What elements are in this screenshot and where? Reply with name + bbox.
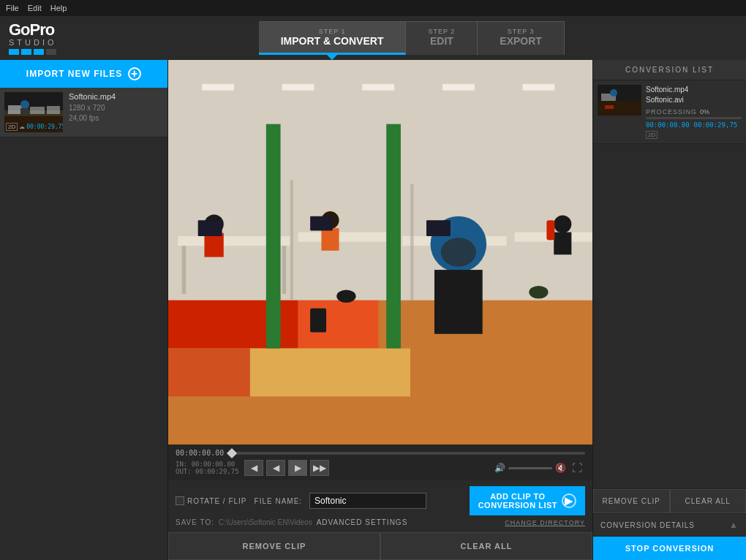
svg-rect-44 — [290, 180, 293, 300]
conversion-action-buttons: REMOVE CLIP CLEAR ALL — [593, 488, 746, 513]
play-button[interactable]: ▶ — [288, 460, 307, 476]
stop-conversion-button[interactable]: STOP CONVERSION — [593, 537, 746, 560]
logo-sq-1 — [9, 49, 19, 55]
steps-nav: STEP 1 IMPORT & CONVERT STEP 2 EDIT STEP… — [86, 21, 737, 55]
rewind-button[interactable]: ◀ — [266, 460, 285, 476]
tab-import-convert[interactable]: STEP 1 IMPORT & CONVERT — [259, 21, 407, 55]
rotate-flip-control[interactable]: ROTATE / FLIP — [176, 496, 247, 505]
out-point: OUT: 00:00:29,75 — [176, 468, 241, 475]
conversion-thumbnail — [598, 85, 641, 116]
svg-rect-27 — [386, 124, 401, 349]
sidebar-spacer — [0, 137, 167, 560]
conv-filename2: Softonic.avi — [646, 95, 742, 105]
logo-squares — [9, 49, 57, 55]
conv-details-label: CONVERSION DETAILS — [600, 521, 695, 529]
svg-rect-31 — [321, 228, 339, 251]
clip-duration-badge: 00:00:29,75 — [26, 124, 63, 130]
tab-edit[interactable]: STEP 2 EDIT — [406, 21, 478, 55]
right-spacer — [593, 144, 746, 488]
conversion-list-header: CONVERSION LIST — [593, 60, 746, 80]
controls-row: IN: 00:00:00.00 OUT: 00:00:29,75 ◀ ◀ ▶ ▶… — [176, 460, 585, 476]
conv-times: 00:00:00.00 00:00:29,75 — [646, 121, 742, 129]
logo: GoPro STUDIO — [9, 22, 57, 55]
tab-export[interactable]: STEP 3 EXPORT — [478, 21, 565, 55]
clip-resolution: 1280 x 720 — [69, 103, 163, 113]
step3-label: EXPORT — [500, 35, 542, 47]
prev-frame-button[interactable]: ◀ — [244, 460, 263, 476]
svg-rect-37 — [546, 220, 554, 240]
plus-icon: + — [128, 67, 141, 80]
volume-icon: 🔊 — [494, 463, 505, 473]
clip-fps: 24,00 fps — [69, 113, 163, 124]
clip-list-item[interactable]: 2D ☁ 00:00:29,75 Softonic.mp4 1280 x 720… — [0, 88, 167, 137]
conversion-list-item[interactable]: Softonic.mp4 Softonic.avi PROCESSING 0% … — [593, 80, 746, 144]
add-clip-line1: ADD CLIP TO — [478, 492, 557, 501]
svg-rect-40 — [426, 220, 451, 236]
import-label: IMPORT NEW FILES — [26, 69, 122, 79]
header: GoPro STUDIO STEP 1 IMPORT & CONVERT STE… — [0, 16, 746, 60]
playback-bar: 00:00:00.00 IN: 00:00:00.00 OUT: 00:00:2… — [168, 444, 592, 480]
svg-rect-45 — [410, 184, 413, 300]
logo-sq-2 — [21, 49, 31, 55]
svg-point-6 — [20, 100, 29, 109]
conv-details-expand-icon[interactable]: ▲ — [729, 520, 739, 530]
current-timecode: 00:00:00.00 — [176, 449, 224, 457]
add-clip-line2: CONVERSION LIST — [478, 501, 557, 510]
menu-edit[interactable]: Edit — [28, 4, 42, 12]
svg-point-49 — [610, 89, 617, 97]
menu-help[interactable]: Help — [50, 4, 67, 12]
clip-2d-badge: 2D — [6, 123, 18, 131]
conv-thumb-svg — [598, 85, 641, 116]
add-clip-to-conversion-button[interactable]: ADD CLIP TO CONVERSION LIST ▶ — [470, 486, 585, 515]
timeline-row: 00:00:00.00 — [176, 449, 585, 457]
svg-rect-9 — [202, 84, 234, 91]
svg-point-33 — [441, 238, 476, 266]
advanced-settings-button[interactable]: ADVANCED SETTINGS — [317, 518, 408, 526]
conv-clear-all-button[interactable]: CLEAR ALL — [670, 489, 747, 513]
clear-all-button[interactable]: CLEAR ALL — [380, 532, 592, 560]
svg-rect-7 — [20, 108, 29, 114]
clip-info: Softonic.mp4 1280 x 720 24,00 fps — [69, 92, 163, 132]
volume-slider[interactable] — [508, 467, 552, 469]
logo-sq-3 — [34, 49, 44, 55]
rotate-flip-label: ROTATE / FLIP — [187, 497, 247, 505]
change-directory-button[interactable]: CHANGE DIRECTORY — [505, 519, 585, 526]
left-sidebar: IMPORT NEW FILES + — [0, 60, 168, 560]
bottom-controls: ROTATE / FLIP FILE NAME: ADD CLIP TO CON… — [168, 480, 592, 532]
remove-clip-button[interactable]: REMOVE CLIP — [168, 532, 380, 560]
fast-forward-button[interactable]: ▶▶ — [310, 460, 329, 476]
clip-name: Softonic.mp4 — [69, 92, 163, 101]
timeline-track[interactable] — [228, 452, 585, 455]
menu-bar[interactable]: File Edit Help — [6, 4, 67, 12]
fullscreen-button[interactable]: ⛶ — [569, 461, 585, 475]
save-path: C:\Users\Softonic EN\Videos — [219, 518, 312, 526]
svg-rect-50 — [605, 105, 614, 109]
bottom-row2: SAVE TO: C:\Users\Softonic EN\Videos ADV… — [176, 518, 585, 526]
svg-rect-10 — [282, 84, 314, 91]
conv-remove-clip-button[interactable]: REMOVE CLIP — [593, 489, 670, 513]
volume-area: 🔊 🔇 — [494, 463, 566, 473]
conv-2d-badge: 2D — [646, 131, 658, 139]
step2-label: EDIT — [428, 35, 455, 47]
conv-time2: 00:00:29,75 — [694, 121, 738, 129]
center-area: 00:00:00.00 IN: 00:00:00.00 OUT: 00:00:2… — [168, 60, 592, 560]
file-name-input[interactable] — [309, 493, 426, 509]
logo-product: STUDIO — [9, 38, 57, 47]
svg-rect-24 — [182, 246, 186, 294]
video-container — [168, 60, 592, 444]
svg-rect-34 — [434, 270, 483, 334]
step1-arrow — [325, 53, 339, 60]
svg-point-35 — [554, 216, 571, 233]
conv-progress-bar — [646, 117, 742, 119]
in-point: IN: 00:00:00.00 — [176, 461, 241, 468]
svg-rect-12 — [442, 84, 475, 91]
svg-rect-38 — [198, 220, 222, 236]
rotate-checkbox[interactable] — [176, 496, 184, 505]
logo-brand: GoPro — [9, 22, 57, 38]
main-layout: IMPORT NEW FILES + — [0, 60, 746, 560]
menu-file[interactable]: File — [6, 4, 19, 12]
svg-rect-21 — [298, 232, 395, 242]
import-new-files-button[interactable]: IMPORT NEW FILES + — [0, 60, 167, 88]
title-bar: File Edit Help — [0, 0, 746, 16]
step2-num: STEP 2 — [428, 28, 455, 35]
